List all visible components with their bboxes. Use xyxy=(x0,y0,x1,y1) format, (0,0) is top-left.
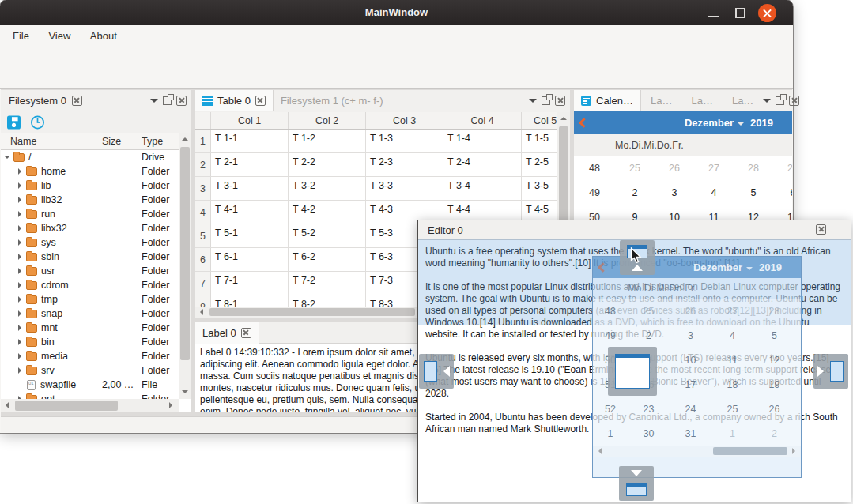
chevron-collapsed-icon[interactable] xyxy=(15,181,25,190)
tab-close-icon[interactable] xyxy=(72,96,82,106)
table-row-header[interactable]: 7 xyxy=(195,272,211,295)
calendar-month[interactable]: Dezember xyxy=(685,117,734,129)
scroll-right-icon[interactable] xyxy=(166,399,179,412)
table-cell[interactable]: T 3-3 xyxy=(366,177,443,200)
tab-calendar-0[interactable]: Calen… xyxy=(574,90,641,111)
scrollbar-thumb[interactable] xyxy=(209,308,415,316)
chevron-collapsed-icon[interactable] xyxy=(15,280,25,290)
table-row-header[interactable]: 1 xyxy=(195,130,211,152)
calendar-prev-icon[interactable] xyxy=(579,118,589,128)
chevron-collapsed-icon[interactable] xyxy=(15,295,25,304)
tree-row[interactable]: mntFolder xyxy=(1,321,179,335)
dock-close-icon[interactable] xyxy=(555,96,565,106)
restore-icon[interactable] xyxy=(31,116,44,130)
table-column-header[interactable]: Col 1 xyxy=(211,112,289,129)
tree-row[interactable]: cdromFolder xyxy=(1,278,179,292)
chevron-collapsed-icon[interactable] xyxy=(15,224,25,233)
editor-close-icon[interactable] xyxy=(816,224,826,235)
tab-close-icon[interactable] xyxy=(241,328,251,338)
tree-row[interactable]: snapFolder xyxy=(1,307,179,321)
tab-label-1[interactable]: La… xyxy=(641,90,681,111)
tab-close-icon[interactable] xyxy=(255,96,266,106)
scrollbar-thumb[interactable] xyxy=(180,147,190,360)
calendar-day-cell[interactable]: 6 xyxy=(773,187,792,198)
table-cell[interactable]: T 3-5 xyxy=(522,177,557,200)
table-cell[interactable]: T 3-1 xyxy=(211,177,289,200)
column-size[interactable]: Size xyxy=(102,136,142,147)
tree-row[interactable]: runFolder xyxy=(1,207,179,221)
table-row-header[interactable]: 4 xyxy=(195,201,211,224)
calendar-day-cell[interactable]: 5 xyxy=(734,187,773,198)
dock-float-icon[interactable] xyxy=(542,96,550,105)
chevron-collapsed-icon[interactable] xyxy=(15,309,25,318)
chevron-collapsed-icon[interactable] xyxy=(15,195,25,205)
table-cell[interactable]: T 3-2 xyxy=(289,177,366,200)
table-cell[interactable]: T 2-5 xyxy=(522,153,557,176)
table-cell[interactable]: T 1-4 xyxy=(443,130,522,152)
scrollbar-thumb[interactable] xyxy=(15,401,118,411)
tree-row[interactable]: lib32Folder xyxy=(1,193,179,207)
tab-label-0[interactable]: Label 0 xyxy=(195,322,259,344)
menu-file[interactable]: File xyxy=(5,25,37,47)
table-row-header[interactable]: 6 xyxy=(195,248,211,271)
table-column-header[interactable]: Col 3 xyxy=(366,112,443,129)
scroll-down-icon[interactable] xyxy=(179,386,191,399)
tree-row[interactable]: libx32Folder xyxy=(1,221,179,235)
dock-close-icon[interactable] xyxy=(176,96,187,106)
tree-row[interactable]: tmpFolder xyxy=(1,292,179,307)
calendar-day-cell[interactable]: 4 xyxy=(694,187,734,198)
tree-row[interactable]: optFolder xyxy=(1,392,179,399)
table-cell[interactable]: T 8-1 xyxy=(211,295,289,307)
table-cell[interactable]: T 5-2 xyxy=(289,224,366,247)
table-cell[interactable]: T 1-2 xyxy=(289,130,366,152)
calendar-day-cell[interactable]: 25 xyxy=(615,163,655,174)
tree-row[interactable]: swapfile2,00 …File xyxy=(1,378,179,392)
table-cell[interactable]: T 6-1 xyxy=(211,248,289,271)
tree-row[interactable]: sbinFolder xyxy=(1,250,179,264)
dock-indicator-bottom[interactable] xyxy=(619,466,654,501)
table-row-header[interactable]: 8 xyxy=(195,295,211,307)
tree-row[interactable]: /Drive xyxy=(1,150,179,164)
tree-row[interactable]: homeFolder xyxy=(1,164,179,179)
table-cell[interactable]: T 1-1 xyxy=(211,130,289,152)
table-cell[interactable]: T 1-3 xyxy=(366,130,443,152)
table-cell[interactable]: T 2-3 xyxy=(366,153,443,176)
table-cell[interactable]: T 6-2 xyxy=(289,248,366,271)
calendar-day-cell[interactable]: 26 xyxy=(655,163,694,174)
calendar-day-cell[interactable]: 29 xyxy=(773,163,792,174)
minimize-icon[interactable] xyxy=(708,16,719,17)
tree-row[interactable]: srvFolder xyxy=(1,363,179,378)
editor-titlebar[interactable]: Editor 0 xyxy=(418,220,851,240)
column-name[interactable]: Name xyxy=(1,136,102,147)
titlebar[interactable]: MainWindow xyxy=(0,0,793,25)
dock-menu-icon[interactable] xyxy=(529,99,537,107)
table-cell[interactable]: T 2-4 xyxy=(443,153,522,176)
tree-horizontal-scrollbar[interactable] xyxy=(1,399,179,412)
chevron-collapsed-icon[interactable] xyxy=(15,266,25,276)
table-cell[interactable]: T 2-2 xyxy=(289,153,366,176)
table-cell[interactable]: T 3-4 xyxy=(443,177,522,200)
table-cell[interactable]: T 1-5 xyxy=(522,130,557,152)
dock-indicator-right[interactable] xyxy=(813,354,848,389)
scroll-up-icon[interactable] xyxy=(557,112,570,125)
scroll-left-icon[interactable] xyxy=(1,399,13,412)
table-row-header[interactable]: 5 xyxy=(195,224,211,247)
calendar-day-cell[interactable]: 2 xyxy=(615,187,655,198)
table-column-header[interactable]: Col 5 xyxy=(522,112,557,129)
table-row-header[interactable]: 2 xyxy=(195,153,211,176)
table-cell[interactable]: T 7-2 xyxy=(289,272,366,295)
chevron-collapsed-icon[interactable] xyxy=(15,252,25,261)
chevron-collapsed-icon[interactable] xyxy=(15,352,25,361)
dock-float-icon[interactable] xyxy=(163,96,172,105)
chevron-collapsed-icon[interactable] xyxy=(15,209,25,219)
calendar-day-cell[interactable]: 28 xyxy=(734,163,773,174)
tree-vertical-scrollbar[interactable] xyxy=(179,133,191,399)
tab-filesystem-1[interactable]: Filesystem 1 (c+ m- f-) xyxy=(274,90,391,111)
calendar-year[interactable]: 2019 xyxy=(750,117,773,129)
menu-view[interactable]: View xyxy=(40,25,78,47)
table-cell[interactable]: T 7-1 xyxy=(211,272,289,295)
tab-label-3[interactable]: La… xyxy=(723,90,763,111)
tree-row[interactable]: sysFolder xyxy=(1,235,179,250)
table-row-header[interactable]: 3 xyxy=(195,177,211,200)
calendar-day-cell[interactable]: 3 xyxy=(655,187,694,198)
